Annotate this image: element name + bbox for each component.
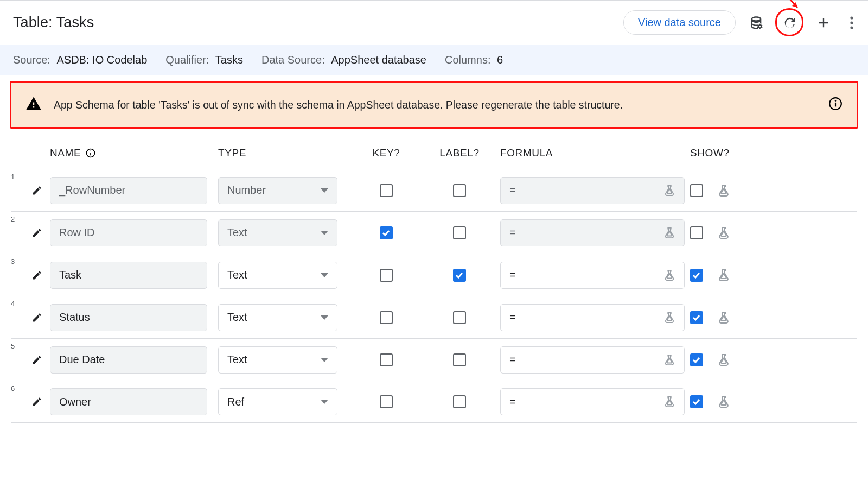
db-settings-icon[interactable] — [749, 15, 764, 30]
flask-icon[interactable] — [717, 269, 730, 282]
header-formula: FORMULA — [500, 147, 690, 159]
rows-container: 1 _RowNumber Number = 2 Row ID Text = 3 … — [0, 169, 868, 423]
table-row: 2 Row ID Text = — [11, 211, 857, 254]
header-show: SHOW? — [690, 147, 766, 159]
chevron-down-icon — [321, 358, 328, 362]
meta-source: Source: ASDB: IO Codelab — [13, 54, 147, 66]
warning-text: App Schema for table 'Tasks' is out of s… — [54, 99, 816, 111]
svg-point-2 — [850, 16, 853, 19]
formula-field[interactable]: = — [500, 262, 685, 289]
page-title: Table: Tasks — [13, 14, 623, 31]
add-icon[interactable] — [816, 15, 831, 30]
type-dropdown[interactable]: Text — [218, 346, 337, 374]
svg-point-10 — [90, 150, 91, 151]
edit-icon[interactable] — [31, 185, 42, 196]
flask-icon — [663, 227, 675, 239]
chevron-down-icon — [321, 315, 328, 320]
name-field[interactable]: Owner — [50, 388, 207, 415]
key-checkbox[interactable] — [380, 226, 393, 239]
svg-line-0 — [789, 0, 797, 8]
key-checkbox[interactable] — [380, 395, 393, 408]
flask-icon — [663, 269, 675, 281]
formula-field[interactable]: = — [500, 388, 685, 415]
view-data-source-button[interactable]: View data source — [623, 10, 736, 35]
meta-datasource: Data Source: AppSheet database — [261, 54, 426, 66]
flask-icon — [663, 312, 675, 324]
edit-icon[interactable] — [31, 312, 42, 323]
formula-field[interactable]: = — [500, 304, 685, 331]
flask-icon[interactable] — [717, 395, 730, 408]
show-checkbox[interactable] — [690, 353, 703, 366]
label-checkbox[interactable] — [453, 311, 466, 324]
label-checkbox[interactable] — [453, 184, 466, 197]
chevron-down-icon — [321, 400, 328, 404]
flask-icon — [663, 354, 675, 366]
label-checkbox[interactable] — [453, 353, 466, 366]
meta-columns: Columns: 6 — [445, 54, 503, 66]
label-checkbox[interactable] — [453, 226, 466, 239]
table-row: 6 Owner Ref = — [11, 381, 857, 423]
key-checkbox[interactable] — [380, 311, 393, 324]
type-dropdown[interactable]: Text — [218, 219, 337, 246]
edit-icon[interactable] — [31, 270, 42, 281]
name-field[interactable]: Task — [50, 262, 207, 289]
meta-qualifier: Qualifier: Tasks — [165, 54, 243, 66]
label-checkbox[interactable] — [453, 395, 466, 408]
flask-icon[interactable] — [717, 311, 730, 324]
header-label: LABEL? — [419, 147, 500, 159]
svg-point-3 — [850, 21, 853, 24]
meta-strip: Source: ASDB: IO Codelab Qualifier: Task… — [0, 45, 868, 75]
svg-point-4 — [850, 26, 853, 29]
info-icon[interactable] — [828, 97, 843, 113]
name-field[interactable]: Row ID — [50, 219, 207, 246]
name-field[interactable]: Due Date — [50, 346, 207, 374]
type-dropdown[interactable]: Text — [218, 304, 337, 331]
show-checkbox[interactable] — [690, 269, 703, 282]
row-number: 1 — [11, 169, 24, 181]
edit-icon[interactable] — [31, 227, 42, 238]
header-name: NAME — [50, 147, 218, 159]
warning-banner: App Schema for table 'Tasks' is out of s… — [10, 81, 858, 129]
row-number: 2 — [11, 212, 24, 223]
flask-icon[interactable] — [717, 226, 730, 239]
warning-triangle-icon — [25, 96, 42, 114]
header-key: KEY? — [354, 147, 419, 159]
row-number: 4 — [11, 296, 24, 308]
type-dropdown[interactable]: Ref — [218, 388, 337, 415]
toolbar-icons — [749, 15, 854, 30]
flask-icon — [663, 396, 675, 408]
formula-field[interactable]: = — [500, 346, 685, 374]
name-field[interactable]: _RowNumber — [50, 177, 207, 204]
flask-icon[interactable] — [717, 184, 730, 197]
key-checkbox[interactable] — [380, 353, 393, 366]
toolbar: Table: Tasks View data source — [0, 0, 868, 45]
more-vert-icon[interactable] — [850, 15, 854, 30]
show-checkbox[interactable] — [690, 395, 703, 408]
type-dropdown[interactable]: Number — [218, 177, 337, 204]
flask-icon — [663, 185, 675, 197]
show-checkbox[interactable] — [690, 226, 703, 239]
show-checkbox[interactable] — [690, 184, 703, 197]
svg-marker-1 — [792, 2, 797, 8]
refresh-icon[interactable] — [782, 15, 797, 30]
type-dropdown[interactable]: Text — [218, 262, 337, 289]
table-row: 3 Task Text = — [11, 254, 857, 296]
warning-banner-shell: App Schema for table 'Tasks' is out of s… — [0, 75, 868, 134]
key-checkbox[interactable] — [380, 269, 393, 282]
formula-field[interactable]: = — [500, 177, 685, 204]
name-field[interactable]: Status — [50, 304, 207, 331]
flask-icon[interactable] — [717, 353, 730, 366]
formula-field[interactable]: = — [500, 219, 685, 246]
edit-icon[interactable] — [31, 396, 42, 407]
chevron-down-icon — [321, 188, 328, 193]
info-outline-icon — [85, 148, 96, 159]
row-number: 3 — [11, 254, 24, 265]
column-headers: NAME TYPE KEY? LABEL? FORMULA SHOW? — [0, 134, 868, 169]
key-checkbox[interactable] — [380, 184, 393, 197]
row-number: 5 — [11, 339, 24, 350]
edit-icon[interactable] — [31, 355, 42, 365]
table-row: 5 Due Date Text = — [11, 338, 857, 381]
label-checkbox[interactable] — [453, 269, 466, 282]
show-checkbox[interactable] — [690, 311, 703, 324]
chevron-down-icon — [321, 273, 328, 277]
